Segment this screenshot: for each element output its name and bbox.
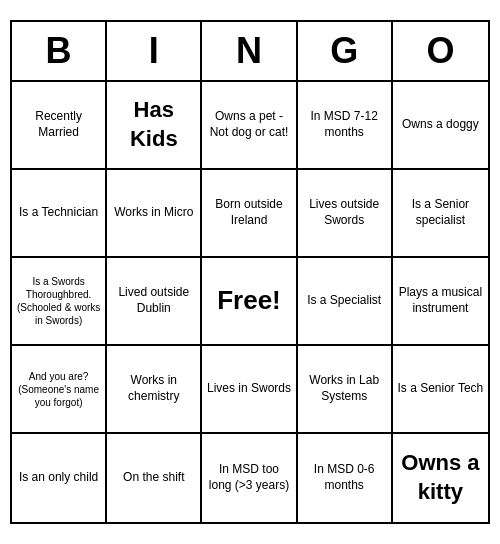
- bingo-cell: Works in Lab Systems: [298, 346, 393, 434]
- bingo-cell: Is a Swords Thoroughbred. (Schooled & wo…: [12, 258, 107, 346]
- bingo-cell: Works in chemistry: [107, 346, 202, 434]
- bingo-cell: On the shift: [107, 434, 202, 522]
- bingo-cell: Owns a pet - Not dog or cat!: [202, 82, 297, 170]
- bingo-cell: In MSD too long (>3 years): [202, 434, 297, 522]
- bingo-cell: Is a Senior Tech: [393, 346, 488, 434]
- bingo-cell: Works in Micro: [107, 170, 202, 258]
- bingo-cell: Lives outside Swords: [298, 170, 393, 258]
- bingo-cell: Owns a kitty: [393, 434, 488, 522]
- header-letter: O: [393, 22, 488, 80]
- header-letter: N: [202, 22, 297, 80]
- bingo-header: BINGO: [12, 22, 488, 82]
- bingo-cell: Lived outside Dublin: [107, 258, 202, 346]
- header-letter: B: [12, 22, 107, 80]
- header-letter: G: [298, 22, 393, 80]
- bingo-cell: Plays a musical instrument: [393, 258, 488, 346]
- bingo-cell: Owns a doggy: [393, 82, 488, 170]
- bingo-card: BINGO Recently MarriedHas KidsOwns a pet…: [10, 20, 490, 524]
- bingo-cell: Lives in Swords: [202, 346, 297, 434]
- bingo-cell: Free!: [202, 258, 297, 346]
- bingo-cell: And you are? (Someone's name you forgot): [12, 346, 107, 434]
- bingo-cell: Is a Senior specialist: [393, 170, 488, 258]
- bingo-cell: Is an only child: [12, 434, 107, 522]
- bingo-cell: In MSD 7-12 months: [298, 82, 393, 170]
- bingo-cell: In MSD 0-6 months: [298, 434, 393, 522]
- bingo-grid: Recently MarriedHas KidsOwns a pet - Not…: [12, 82, 488, 522]
- bingo-cell: Is a Technician: [12, 170, 107, 258]
- bingo-cell: Recently Married: [12, 82, 107, 170]
- bingo-cell: Born outside Ireland: [202, 170, 297, 258]
- header-letter: I: [107, 22, 202, 80]
- bingo-cell: Is a Specialist: [298, 258, 393, 346]
- bingo-cell: Has Kids: [107, 82, 202, 170]
